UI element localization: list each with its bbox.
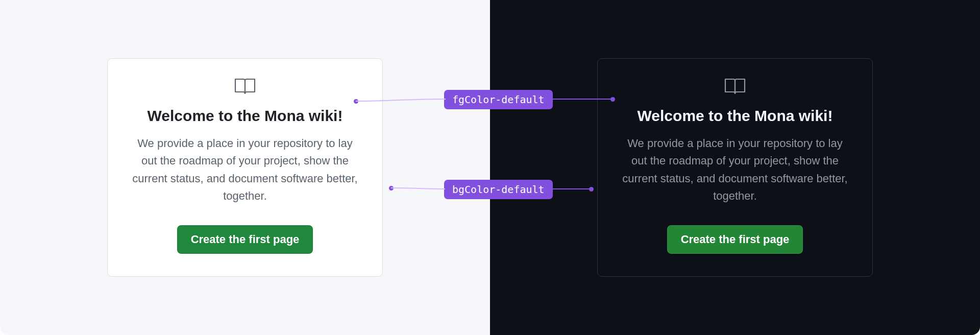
book-icon: [723, 77, 747, 95]
light-theme-panel: Welcome to the Mona wiki! We provide a p…: [0, 0, 490, 335]
card-title: Welcome to the Mona wiki!: [638, 106, 833, 126]
card-title: Welcome to the Mona wiki!: [148, 106, 343, 126]
dark-theme-panel: Welcome to the Mona wiki! We provide a p…: [490, 0, 980, 335]
wiki-blankslate-card: Welcome to the Mona wiki! We provide a p…: [107, 58, 383, 276]
card-description: We provide a place in your repository to…: [128, 135, 362, 204]
card-description: We provide a place in your repository to…: [618, 135, 852, 204]
book-icon: [233, 77, 257, 95]
wiki-blankslate-card: Welcome to the Mona wiki! We provide a p…: [597, 58, 873, 276]
create-first-page-button[interactable]: Create the first page: [667, 225, 803, 254]
create-first-page-button[interactable]: Create the first page: [177, 225, 313, 254]
